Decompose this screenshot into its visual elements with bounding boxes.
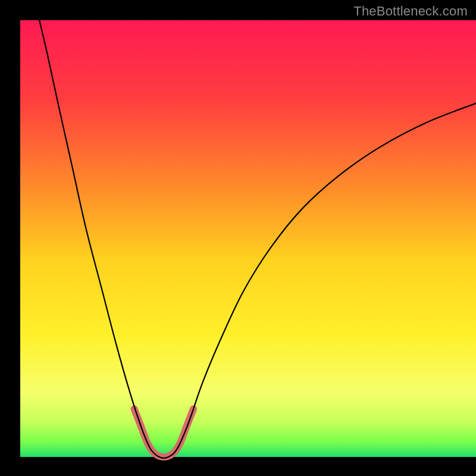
bottleneck-chart <box>0 0 476 476</box>
chart-stage: TheBottleneck.com <box>0 0 476 476</box>
watermark-label: TheBottleneck.com <box>353 4 468 19</box>
